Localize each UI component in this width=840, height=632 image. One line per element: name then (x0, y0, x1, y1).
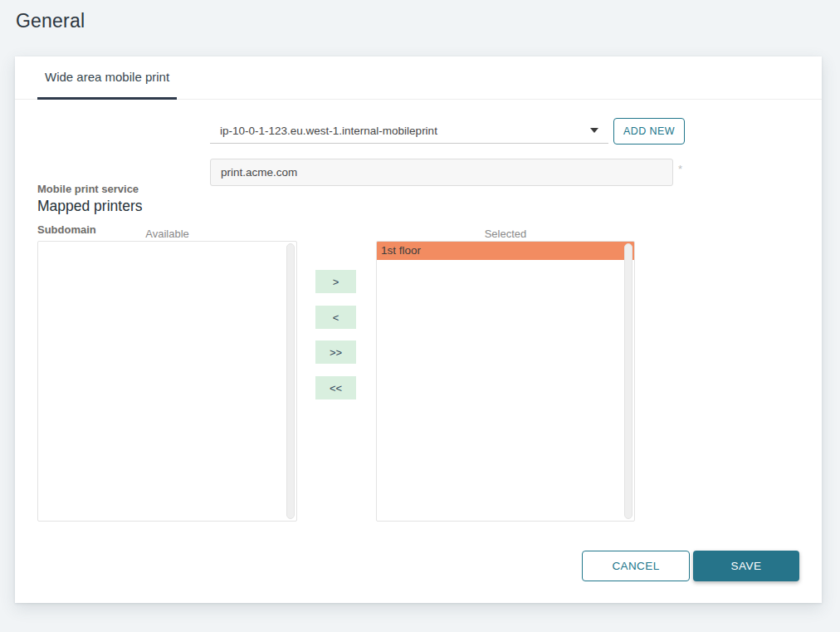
required-marker: * (678, 163, 682, 175)
selected-list-label: Selected (376, 228, 635, 240)
list-item[interactable]: 1st floor (377, 242, 634, 260)
mobile-print-service-value: ip-10-0-1-123.eu.west-1.internal-mobilep… (220, 125, 437, 137)
add-new-button[interactable]: ADD NEW (613, 118, 685, 145)
available-printers-listbox[interactable] (37, 241, 297, 522)
settings-card: Wide area mobile print Mobile print serv… (15, 56, 822, 603)
chevron-down-icon (590, 128, 598, 133)
available-list-label: Available (37, 228, 297, 240)
mapped-printers-heading: Mapped printers (37, 198, 142, 215)
mobile-print-service-label: Mobile print service (37, 183, 139, 195)
mobile-print-service-select[interactable]: ip-10-0-1-123.eu.west-1.internal-mobilep… (210, 118, 608, 144)
selected-printers-listbox[interactable]: 1st floor (376, 241, 635, 522)
move-left-button[interactable]: < (315, 306, 356, 329)
save-button[interactable]: SAVE (693, 551, 799, 581)
available-listbox-scrollbar[interactable] (286, 243, 295, 519)
tab-wide-area-mobile-print[interactable]: Wide area mobile print (37, 56, 177, 100)
cancel-button[interactable]: CANCEL (582, 551, 690, 581)
move-right-button[interactable]: > (315, 270, 356, 293)
move-all-right-button[interactable]: >> (315, 340, 356, 364)
move-all-left-button[interactable]: << (315, 376, 356, 399)
page-title: General (16, 10, 85, 32)
subdomain-input[interactable] (210, 159, 673, 186)
selected-listbox-scrollbar[interactable] (624, 243, 632, 519)
